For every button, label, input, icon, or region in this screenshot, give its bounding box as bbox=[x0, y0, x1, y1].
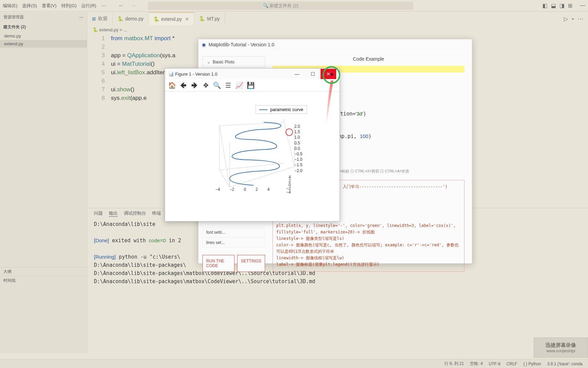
status-encoding[interactable]: UTF-8 bbox=[489, 362, 501, 366]
svg-line-0 bbox=[219, 170, 230, 187]
chevron-down-icon: ⌄ bbox=[207, 59, 211, 64]
file-extend-py[interactable]: extend.py bbox=[0, 40, 87, 48]
run-icon[interactable]: ▷ bbox=[564, 16, 568, 22]
file-demo-py[interactable]: demo.py bbox=[0, 32, 87, 40]
status-interpreter[interactable]: 3.9.1 ('base': conda bbox=[547, 362, 583, 366]
panel-debug[interactable]: 调试控制台 bbox=[124, 210, 146, 217]
sidebar-root[interactable]: 建文件夹 (2) bbox=[0, 22, 87, 32]
tab-welcome[interactable]: ⊞欢迎 bbox=[87, 12, 113, 25]
settings-button[interactable]: SETTINGS bbox=[237, 255, 265, 272]
z-axis-ticks: 2.01.51.00.50.0−0.5−1.0−1.5−2.0 bbox=[294, 124, 303, 173]
status-eol[interactable]: CRLF bbox=[507, 362, 517, 366]
figure-titlebar[interactable]: 📊 Figure 1 - Version 1.0 — ☐ ✕ bbox=[165, 68, 340, 79]
helix-path bbox=[230, 122, 281, 185]
layout-customize-icon[interactable]: ⊞ bbox=[568, 2, 572, 9]
status-spaces[interactable]: 空格: 4 bbox=[470, 361, 483, 367]
breadcrumb[interactable]: 🐍 extend.py > ... bbox=[87, 25, 588, 34]
figure-minimize-icon[interactable]: — bbox=[289, 69, 305, 79]
layout-sidebar-right-icon[interactable]: ◨ bbox=[559, 2, 565, 9]
y-axis-ticks: 420−2−4 bbox=[286, 175, 291, 194]
menu-run[interactable]: 运行(R) bbox=[81, 3, 96, 9]
figure-app-icon: 📊 bbox=[168, 72, 174, 77]
pan-icon[interactable]: ✥ bbox=[201, 80, 211, 90]
figure-toolbar: 🏠 🡸 🡺 ✥ 🔍 ☰ 📈 💾 bbox=[165, 79, 340, 92]
figure-canvas[interactable]: parametric curve 2.01.51.00.50.0−0.5−1.0… bbox=[165, 92, 340, 221]
tab-mt-py[interactable]: 🐍MT.py bbox=[194, 12, 225, 25]
plot-hit-marker bbox=[284, 127, 294, 137]
python-icon: 🐍 bbox=[153, 16, 159, 22]
panel-terminal[interactable]: 终端 bbox=[152, 210, 161, 217]
python-icon: 🐍 bbox=[199, 16, 205, 21]
mt-app-icon: ◉ bbox=[202, 42, 206, 47]
figure-title-text: Figure 1 - Version 1.0 bbox=[175, 72, 217, 77]
explorer-sidebar: 资源管理器 ⋯ 建文件夹 (2) demo.py extend.py 大纲 时间… bbox=[0, 12, 87, 353]
layout-panel-icon[interactable]: ⬓ bbox=[551, 2, 556, 9]
svg-point-2 bbox=[286, 129, 293, 136]
mt-section-basic-plots[interactable]: ⌄ Basic Plots bbox=[202, 56, 265, 67]
mt-item-font[interactable]: font setti... bbox=[202, 228, 265, 237]
menu-select[interactable]: 选择(S) bbox=[22, 3, 37, 9]
run-code-button[interactable]: RUN THE CODE bbox=[202, 255, 234, 272]
status-position[interactable]: 行 8, 列 21 bbox=[444, 361, 464, 367]
panel-output[interactable]: 输出 bbox=[109, 210, 118, 217]
tab-demo-py[interactable]: 🐍demo.py bbox=[113, 12, 149, 25]
python-icon: 🐍 bbox=[117, 16, 123, 21]
editor-tabs: ⊞欢迎 🐍demo.py 🐍extend.py✕ 🐍MT.py ▷ ▾ ⋯ bbox=[87, 12, 588, 25]
mt-titlebar[interactable]: ◉ Matplotlib-Tutorial - Version 1.0 bbox=[198, 39, 472, 50]
nav-back-icon[interactable]: ← bbox=[118, 2, 124, 9]
search-icon: 🔍 bbox=[263, 3, 268, 8]
x-axis-ticks: −4−2024 bbox=[215, 187, 270, 192]
sidebar-more-icon[interactable]: ⋯ bbox=[79, 15, 83, 20]
matplotlib-figure-window: 📊 Figure 1 - Version 1.0 — ☐ ✕ 🏠 🡸 🡺 ✥ 🔍… bbox=[165, 68, 340, 221]
line-gutter: 12345678 bbox=[87, 34, 111, 208]
menu-more-icon[interactable]: ⋯ bbox=[101, 2, 107, 9]
home-icon[interactable]: 🏠 bbox=[167, 80, 177, 90]
zoom-icon[interactable]: 🔍 bbox=[212, 80, 222, 90]
mt-title-text: Matplotlib-Tutorial - Version 1.0 bbox=[209, 42, 274, 47]
save-icon[interactable]: 💾 bbox=[246, 80, 256, 90]
vscode-icon: ⊞ bbox=[92, 16, 96, 21]
run-dropdown-icon[interactable]: ▾ bbox=[572, 17, 574, 21]
figure-maximize-icon[interactable]: ☐ bbox=[305, 69, 321, 79]
legend-line-icon bbox=[259, 109, 267, 110]
menu-goto[interactable]: 转到(G) bbox=[61, 3, 77, 9]
command-palette[interactable]: 🔍 新建文件夹 (2) bbox=[148, 2, 413, 10]
forward-icon[interactable]: 🡺 bbox=[190, 80, 199, 90]
window-minimize-icon[interactable]: — bbox=[580, 2, 585, 9]
cursor-icon: ➤ bbox=[330, 72, 334, 77]
nav-forward-icon: → bbox=[130, 2, 136, 9]
status-language[interactable]: { } Python bbox=[523, 362, 541, 366]
search-placeholder: 新建文件夹 (2) bbox=[270, 3, 298, 9]
outline-section[interactable]: 大纲 bbox=[0, 267, 87, 276]
mt-code-example-title: Code Example bbox=[273, 56, 464, 62]
click-trail bbox=[325, 80, 335, 142]
menu-view[interactable]: 查看(V) bbox=[42, 3, 56, 9]
panel-problems[interactable]: 问题 bbox=[94, 210, 103, 217]
back-icon[interactable]: 🡸 bbox=[178, 80, 188, 90]
status-bar: 行 8, 列 21 空格: 4 UTF-8 CRLF { } Python 3.… bbox=[0, 359, 588, 368]
tab-extend-py[interactable]: 🐍extend.py✕ bbox=[149, 12, 195, 25]
edit-icon[interactable]: 📈 bbox=[234, 80, 244, 90]
figure-legend: parametric curve bbox=[256, 105, 307, 114]
tab-more-icon[interactable]: ⋯ bbox=[578, 16, 583, 22]
menu-edit[interactable]: 编辑(E) bbox=[3, 3, 17, 9]
svg-line-1 bbox=[219, 163, 284, 170]
layout-sidebar-left-icon[interactable]: ◧ bbox=[542, 2, 548, 9]
configure-icon[interactable]: ☰ bbox=[223, 80, 233, 90]
explorer-title: 资源管理器 bbox=[3, 14, 24, 20]
watermark: 迅捷屏幕录像 www.xunjieshipi bbox=[534, 337, 588, 358]
timeline-section[interactable]: 时间线 bbox=[0, 276, 87, 285]
tab-close-icon[interactable]: ✕ bbox=[185, 16, 189, 22]
mt-item-lines[interactable]: lines set... bbox=[202, 238, 265, 247]
